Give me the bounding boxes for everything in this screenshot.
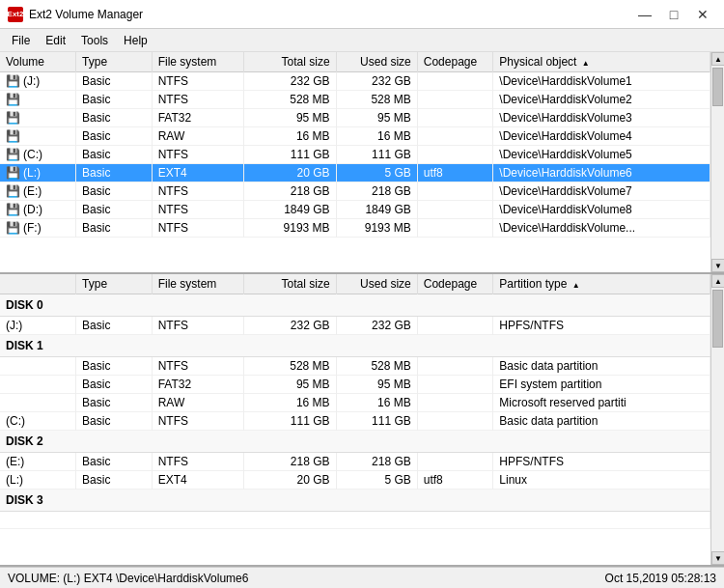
table-row[interactable]: 💾(E:) Basic NTFS 218 GB 218 GB \Device\H… xyxy=(0,182,710,201)
cell-total: 20 GB xyxy=(244,164,336,182)
cell-volume xyxy=(0,376,76,394)
cell-parttype: HPFS/NTFS xyxy=(493,317,710,335)
bottom-scrollbar[interactable]: ▲ ▼ xyxy=(710,274,724,565)
cell-used: 16 MB xyxy=(336,394,417,412)
cell-codepage xyxy=(417,72,493,91)
cell-fs: NTFS xyxy=(152,357,243,376)
bscroll-track[interactable] xyxy=(711,288,724,551)
top-table: Volume Type File system Total size Used … xyxy=(0,52,710,238)
cell-codepage xyxy=(417,394,493,412)
cell-physical: \Device\HarddiskVolume6 xyxy=(493,164,710,182)
cell-physical: \Device\HarddiskVolume5 xyxy=(493,146,710,164)
cell-volume: 💾 xyxy=(0,91,76,109)
minimize-button[interactable]: — xyxy=(631,4,658,25)
cell-type: Basic xyxy=(76,471,153,490)
cell-codepage xyxy=(417,357,493,376)
scroll-down-btn[interactable]: ▼ xyxy=(711,259,724,272)
table-row[interactable]: (C:) Basic NTFS 111 GB 111 GB Basic data… xyxy=(0,412,710,431)
cell-total: 1849 GB xyxy=(244,201,336,219)
menu-file[interactable]: File xyxy=(4,32,38,49)
th-type[interactable]: Type xyxy=(76,52,153,72)
cell-used: 1849 GB xyxy=(336,201,417,219)
disk-group-name: DISK 3 xyxy=(0,490,710,512)
maximize-button[interactable]: □ xyxy=(660,4,687,25)
cell-total: 16 MB xyxy=(244,394,336,412)
bscroll-up-btn[interactable]: ▲ xyxy=(711,274,724,288)
table-row[interactable]: Basic FAT32 95 MB 95 MB EFI system parti… xyxy=(0,376,710,394)
cell-codepage xyxy=(417,412,493,431)
disk-group-header: DISK 1 xyxy=(0,335,710,357)
bth-totalsize[interactable]: Total size xyxy=(244,274,336,294)
bottom-table-scroll[interactable]: Type File system Total size Used size Co… xyxy=(0,274,710,565)
th-filesystem[interactable]: File system xyxy=(152,52,243,72)
table-row[interactable]: (E:) Basic NTFS 218 GB 218 GB HPFS/NTFS xyxy=(0,453,710,471)
cell-type: Basic xyxy=(76,127,153,146)
table-row[interactable]: Basic NTFS 528 MB 528 MB Basic data part… xyxy=(0,357,710,376)
cell-total: 528 MB xyxy=(244,357,336,376)
cell-volume xyxy=(0,357,76,376)
cell-total: 95 MB xyxy=(244,376,336,394)
cell-fs: NTFS xyxy=(152,201,243,219)
table-row[interactable]: 💾 Basic FAT32 95 MB 95 MB \Device\Harddi… xyxy=(0,109,710,127)
top-table-scroll[interactable]: Volume Type File system Total size Used … xyxy=(0,52,710,272)
table-row[interactable]: 💾(D:) Basic NTFS 1849 GB 1849 GB \Device… xyxy=(0,201,710,219)
table-row[interactable]: 💾(J:) Basic NTFS 232 GB 232 GB \Device\H… xyxy=(0,72,710,91)
th-volume[interactable]: Volume xyxy=(0,52,76,72)
bth-filesystem[interactable]: File system xyxy=(152,274,243,294)
cell-type: Basic xyxy=(76,219,153,238)
scroll-up-btn[interactable]: ▲ xyxy=(711,52,724,66)
bth-parttype[interactable]: Partition type ▲ xyxy=(493,274,710,294)
cell-fs: EXT4 xyxy=(152,164,243,182)
table-row[interactable]: 💾 Basic RAW 16 MB 16 MB \Device\Harddisk… xyxy=(0,127,710,146)
status-left: VOLUME: (L:) EXT4 \Device\HarddiskVolume… xyxy=(8,572,248,585)
th-totalsize[interactable]: Total size xyxy=(244,52,336,72)
bscroll-thumb[interactable] xyxy=(712,290,723,348)
menu-edit[interactable]: Edit xyxy=(38,32,73,49)
table-row[interactable]: 💾(F:) Basic NTFS 9193 MB 9193 MB \Device… xyxy=(0,219,710,238)
cell-volume: 💾 xyxy=(0,127,76,146)
bscroll-down-btn[interactable]: ▼ xyxy=(711,551,724,565)
cell-codepage xyxy=(417,376,493,394)
cell-type: Basic xyxy=(76,201,153,219)
cell-parttype: Basic data partition xyxy=(493,412,710,431)
scroll-thumb[interactable] xyxy=(712,68,723,106)
cell-volume: 💾(E:) xyxy=(0,182,76,201)
close-button[interactable]: ✕ xyxy=(689,4,716,25)
cell-total: 95 MB xyxy=(244,109,336,127)
cell-fs: NTFS xyxy=(152,182,243,201)
cell-fs: RAW xyxy=(152,394,243,412)
table-row[interactable]: 💾 Basic NTFS 528 MB 528 MB \Device\Hardd… xyxy=(0,91,710,109)
table-row[interactable]: 💾(C:) Basic NTFS 111 GB 111 GB \Device\H… xyxy=(0,146,710,164)
cell-parttype: Basic data partition xyxy=(493,357,710,376)
cell-used: 5 GB xyxy=(336,471,417,490)
bth-usedsize[interactable]: Used size xyxy=(336,274,417,294)
cell-total: 9193 MB xyxy=(244,219,336,238)
cell-used: 95 MB xyxy=(336,109,417,127)
disk-group-name: DISK 1 xyxy=(0,335,710,357)
table-row[interactable]: Basic RAW 16 MB 16 MB Microsoft reserved… xyxy=(0,394,710,412)
cell-parttype: EFI system partition xyxy=(493,376,710,394)
top-scrollbar[interactable]: ▲ ▼ xyxy=(710,52,724,272)
cell-type: Basic xyxy=(76,91,153,109)
menu-help[interactable]: Help xyxy=(116,32,155,49)
table-row[interactable]: 💾(L:) Basic EXT4 20 GB 5 GB utf8 \Device… xyxy=(0,164,710,182)
cell-codepage xyxy=(417,453,493,471)
th-physical[interactable]: Physical object ▲ xyxy=(493,52,710,72)
top-panel-wrapper: Volume Type File system Total size Used … xyxy=(0,52,724,272)
cell-used: 232 GB xyxy=(336,72,417,91)
bth-codepage[interactable]: Codepage xyxy=(417,274,493,294)
th-usedsize[interactable]: Used size xyxy=(336,52,417,72)
menu-tools[interactable]: Tools xyxy=(73,32,116,49)
bth-volume[interactable] xyxy=(0,274,76,294)
cell-type: Basic xyxy=(76,376,153,394)
cell-total: 218 GB xyxy=(244,453,336,471)
bth-type[interactable]: Type xyxy=(76,274,153,294)
status-right: Oct 15,2019 05:28:13 xyxy=(605,572,716,585)
table-row[interactable]: (J:) Basic NTFS 232 GB 232 GB HPFS/NTFS xyxy=(0,317,710,335)
table-row[interactable]: (L:) Basic EXT4 20 GB 5 GB utf8 Linux xyxy=(0,471,710,490)
cell-parttype: HPFS/NTFS xyxy=(493,453,710,471)
disk-group-header: DISK 3 xyxy=(0,490,710,512)
cell-fs: EXT4 xyxy=(152,471,243,490)
scroll-track[interactable] xyxy=(711,66,724,259)
th-codepage[interactable]: Codepage xyxy=(417,52,493,72)
